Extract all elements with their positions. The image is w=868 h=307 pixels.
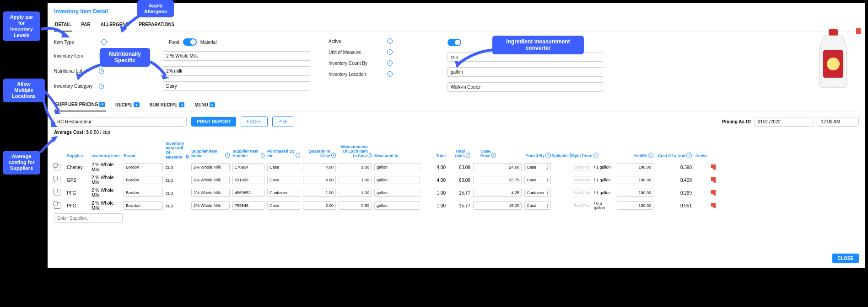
copy-icon[interactable] xyxy=(54,164,60,170)
enter-supplier-input[interactable] xyxy=(54,213,123,223)
qty-in-case-input[interactable] xyxy=(303,176,336,184)
col-case-price[interactable]: Case Pricei xyxy=(473,143,496,158)
col-inventory-item[interactable]: Inventory Item xyxy=(92,143,121,158)
col-active[interactable]: Active xyxy=(695,143,708,158)
col-purchased-by[interactable]: Purchased By thei xyxy=(267,143,300,158)
cell-total: 4.00 xyxy=(423,178,446,183)
split-per-label: / 1 gallon xyxy=(594,165,611,169)
location-input[interactable] xyxy=(447,82,603,92)
col-supplier-item-name[interactable]: Supplier Item Namei xyxy=(191,143,230,158)
nutritional-label-input[interactable] xyxy=(163,66,310,76)
restaurateur-input[interactable] xyxy=(54,117,187,127)
supplier-item-name-input[interactable] xyxy=(191,189,230,197)
priced-by-select[interactable]: Case▴▾ xyxy=(524,201,551,210)
col-cost-unit[interactable]: Cost Of a Uniti xyxy=(656,143,692,158)
tab-preparations[interactable]: PREPARATIONS xyxy=(138,19,175,32)
tab-par[interactable]: PAR xyxy=(80,19,91,32)
count-by-input[interactable] xyxy=(447,67,603,77)
subtab-recipe[interactable]: RECIPE1 xyxy=(114,99,140,111)
brand-input[interactable] xyxy=(124,201,163,210)
brand-input[interactable] xyxy=(124,189,163,197)
case-price-input[interactable] xyxy=(473,201,522,210)
subtab-menu[interactable]: MENU0 xyxy=(194,99,216,111)
priced-by-select[interactable]: Case▴▾ xyxy=(524,176,551,184)
yield-input[interactable] xyxy=(617,176,653,184)
col-yield[interactable]: Yield%i xyxy=(617,143,653,158)
priced-by-select[interactable]: Case▴▾ xyxy=(524,163,551,171)
qty-in-case-input[interactable] xyxy=(303,189,336,197)
item-type-toggle[interactable] xyxy=(183,38,197,46)
cell-item: 2 % Whole Milk xyxy=(92,188,121,198)
info-icon[interactable]: i xyxy=(387,71,393,77)
split-price-placeholder[interactable]: Split Pric xyxy=(572,189,592,196)
info-icon[interactable]: i xyxy=(387,38,393,44)
measured-in-input[interactable] xyxy=(374,163,420,171)
supplier-item-number-input[interactable] xyxy=(232,163,264,171)
close-button[interactable]: CLOSE xyxy=(832,254,859,263)
yield-input[interactable] xyxy=(617,201,653,210)
subtab-supplier-pricing[interactable]: SUPPLIER PRICING4 xyxy=(54,99,106,111)
brand-input[interactable] xyxy=(124,176,163,184)
measured-in-input[interactable] xyxy=(374,201,420,210)
col-priced-by[interactable]: Priced Byi xyxy=(524,143,551,158)
pricing-time-input[interactable] xyxy=(818,117,859,127)
purchased-by-input[interactable] xyxy=(267,163,300,171)
case-price-input[interactable] xyxy=(473,176,522,184)
breadcrumb[interactable]: Inventory Item Detail xyxy=(54,8,859,15)
meas-each-input[interactable] xyxy=(339,201,372,210)
brand-input[interactable] xyxy=(124,163,163,171)
qty-in-case-input[interactable] xyxy=(303,163,336,171)
purchased-by-input[interactable] xyxy=(267,189,300,197)
measured-in-input[interactable] xyxy=(374,189,420,197)
col-measured-in[interactable]: Measured In xyxy=(374,143,420,158)
col-supplier[interactable]: Supplier xyxy=(67,143,89,158)
purchased-by-input[interactable] xyxy=(267,201,300,210)
supplier-item-number-input[interactable] xyxy=(232,189,264,197)
col-supplier-item-number[interactable]: Supplier Item Numberi xyxy=(232,143,264,158)
col-split-price[interactable]: Split Pricei xyxy=(572,143,614,158)
case-price-input[interactable] xyxy=(473,163,522,171)
inventory-item-input[interactable] xyxy=(163,51,310,61)
col-total-units[interactable]: Total Unitsi xyxy=(448,143,470,158)
excel-button[interactable]: EXCEL xyxy=(241,116,268,127)
yield-input[interactable] xyxy=(617,189,653,197)
copy-icon[interactable] xyxy=(54,202,60,209)
col-qty-in-case[interactable]: Quantity In Casei xyxy=(303,143,336,158)
pdf-button[interactable]: PDF xyxy=(272,116,293,127)
col-splitable[interactable]: Splitablei xyxy=(554,143,569,158)
supplier-item-name-input[interactable] xyxy=(191,201,230,210)
split-price-placeholder[interactable]: Split Pric xyxy=(572,202,592,209)
supplier-item-number-input[interactable] xyxy=(232,201,264,210)
yield-input[interactable] xyxy=(617,163,653,171)
split-price-placeholder[interactable]: Split Pric xyxy=(572,164,592,171)
info-icon[interactable]: i xyxy=(101,39,107,45)
info-icon[interactable]: i xyxy=(387,49,393,55)
copy-icon[interactable] xyxy=(54,177,60,183)
split-price-placeholder[interactable]: Split Pric xyxy=(572,176,592,184)
meas-each-input[interactable] xyxy=(339,176,372,184)
priced-by-select[interactable]: Container▴▾ xyxy=(524,189,551,197)
inventory-category-input[interactable] xyxy=(163,81,310,91)
col-total[interactable]: Total xyxy=(423,143,446,158)
supplier-item-name-input[interactable] xyxy=(191,163,230,171)
meas-each-input[interactable] xyxy=(339,189,372,197)
print-report-button[interactable]: PRINT REPORT xyxy=(191,117,236,127)
callout-nutrition: Nutritionally Specific xyxy=(100,48,150,67)
info-icon[interactable]: i xyxy=(387,60,393,66)
measured-in-input[interactable] xyxy=(374,176,420,184)
info-icon[interactable]: i xyxy=(99,84,104,89)
pricing-date-input[interactable] xyxy=(755,117,814,127)
case-price-input[interactable] xyxy=(473,189,522,197)
meas-each-input[interactable] xyxy=(339,163,372,171)
subtab-sub-recipe[interactable]: SUB RECIPE0 xyxy=(149,99,186,111)
supplier-item-number-input[interactable] xyxy=(232,176,264,184)
col-brand[interactable]: Brand xyxy=(124,143,163,158)
supplier-item-name-input[interactable] xyxy=(191,176,230,184)
qty-in-case-input[interactable] xyxy=(303,201,336,210)
copy-icon[interactable] xyxy=(54,190,60,196)
purchased-by-input[interactable] xyxy=(267,176,300,184)
delete-image-icon[interactable] xyxy=(856,28,863,35)
col-uom[interactable]: Inventory Item Unit Of Measurei xyxy=(166,141,189,159)
active-toggle[interactable] xyxy=(447,39,461,46)
col-meas-each[interactable]: Measurement Of Each Item In Casei xyxy=(339,143,372,158)
